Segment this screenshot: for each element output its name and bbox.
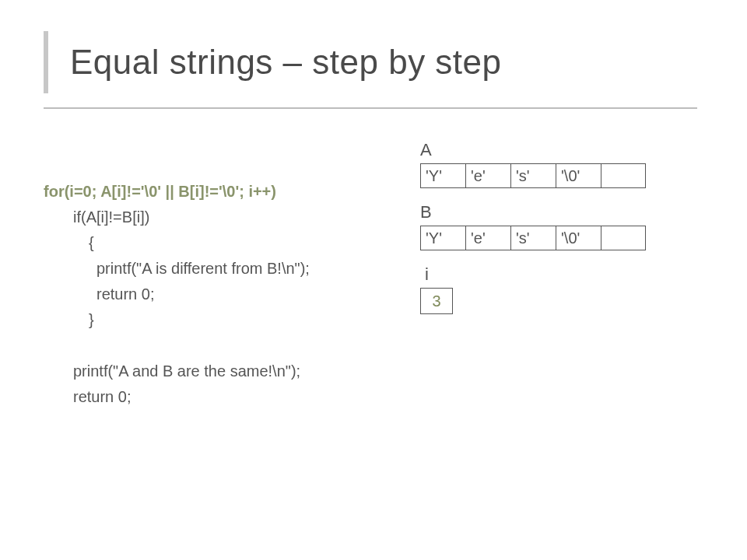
label-a: A — [420, 140, 646, 160]
i-var: i 3 — [420, 264, 646, 314]
array-a-cell: 's' — [510, 163, 556, 188]
array-a-cell: 'e' — [465, 163, 510, 188]
variables-panel: A 'Y' 'e' 's' '\0' B 'Y' 'e' 's' '\0' i … — [420, 140, 646, 314]
i-value-cell: 3 — [420, 288, 453, 314]
title-accent-bar — [44, 31, 48, 93]
array-b-cell: 's' — [510, 226, 556, 250]
array-b: 'Y' 'e' 's' '\0' — [420, 226, 646, 250]
code-brace-close: } — [44, 307, 310, 333]
code-brace-open: { — [44, 230, 310, 256]
label-b: B — [420, 202, 646, 222]
code-printf-diff: printf("A is different from B!\n"); — [44, 256, 310, 282]
code-for-line: for(i=0; A[i]!='\0' || B[i]!='\0'; i++) — [44, 183, 276, 200]
code-return-b: return 0; — [44, 384, 310, 410]
array-b-cell: 'Y' — [420, 226, 465, 250]
array-a-cell: '\0' — [556, 163, 601, 188]
array-a-cell — [601, 163, 646, 188]
slide-title: Equal strings – step by step — [70, 43, 502, 82]
array-a-cell: 'Y' — [420, 163, 465, 188]
code-block: for(i=0; A[i]!='\0' || B[i]!='\0'; i++) … — [44, 179, 310, 410]
code-if-line: if(A[i]!=B[i]) — [44, 205, 310, 230]
slide: Equal strings – step by step for(i=0; A[… — [0, 0, 747, 560]
title-block: Equal strings – step by step — [44, 31, 502, 93]
array-a: 'Y' 'e' 's' '\0' — [420, 163, 646, 188]
code-return-a: return 0; — [44, 282, 310, 307]
label-i: i — [425, 264, 646, 285]
array-b-cell: '\0' — [556, 226, 601, 250]
array-b-cell: 'e' — [465, 226, 510, 250]
title-underline — [44, 107, 697, 109]
code-printf-same: printf("A and B are the same!\n"); — [44, 359, 310, 384]
array-b-cell — [601, 226, 646, 250]
